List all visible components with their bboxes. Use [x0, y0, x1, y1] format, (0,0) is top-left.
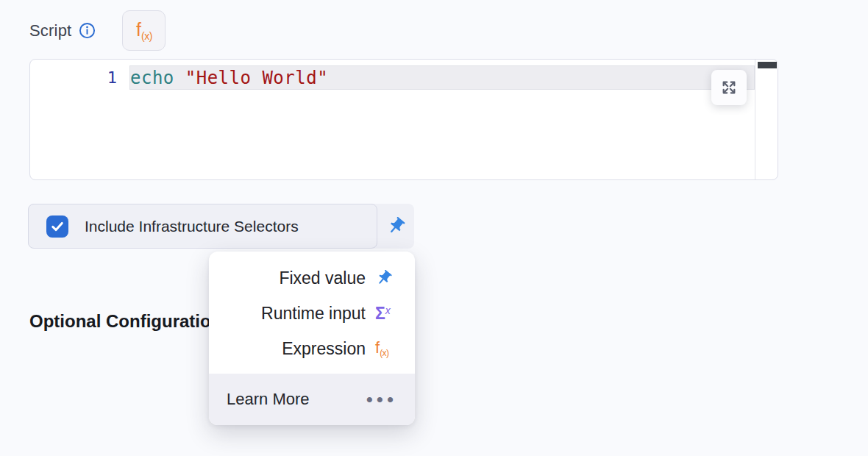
- editor-current-line[interactable]: echo "Hello World": [129, 65, 755, 90]
- expand-icon: [721, 79, 737, 96]
- include-selectors-row: Include Infrastructure Selectors: [28, 204, 414, 249]
- more-options-icon: •••: [366, 390, 397, 409]
- checkmark-icon: [50, 219, 65, 234]
- fx-icon: f(x): [375, 340, 389, 357]
- menu-item-fixed-value-label: Fixed value: [279, 268, 366, 288]
- info-icon[interactable]: [79, 22, 96, 39]
- fx-icon: f(x): [136, 21, 152, 41]
- script-header: Script f(x): [29, 10, 166, 51]
- type-selector-menu-items: Fixed value Runtime input Σx Expression …: [209, 252, 415, 374]
- menu-item-expression-label: Expression: [282, 339, 366, 359]
- include-selectors-checkbox[interactable]: [46, 215, 68, 238]
- pin-icon: [386, 216, 406, 236]
- learn-more-button[interactable]: Learn More •••: [209, 374, 415, 425]
- script-editor[interactable]: 1 echo "Hello World": [29, 59, 778, 180]
- editor-line-number: 1: [30, 65, 129, 90]
- editor-scrollbar-thumb[interactable]: [758, 62, 777, 68]
- menu-item-runtime-input[interactable]: Runtime input Σx: [209, 296, 415, 331]
- script-label: Script: [29, 21, 71, 40]
- pin-type-button[interactable]: [377, 204, 414, 249]
- code-command: echo: [130, 68, 185, 88]
- menu-item-fixed-value[interactable]: Fixed value: [209, 260, 415, 296]
- page-root: { "script_section": { "label": "Script",…: [0, 0, 868, 456]
- learn-more-label: Learn More: [227, 390, 310, 409]
- optional-config-heading: Optional Configuration: [29, 311, 221, 332]
- editor-scrollbar[interactable]: [755, 60, 778, 179]
- expression-toggle-button[interactable]: f(x): [122, 10, 166, 51]
- pin-icon: [375, 269, 393, 287]
- sigma-icon: Σx: [375, 305, 391, 322]
- include-selectors-checkbox-group[interactable]: Include Infrastructure Selectors: [28, 204, 377, 249]
- menu-item-expression[interactable]: Expression f(x): [209, 331, 415, 366]
- code-string: "Hello World": [185, 68, 328, 88]
- expand-editor-button[interactable]: [711, 70, 747, 105]
- type-selector-menu: Fixed value Runtime input Σx Expression …: [209, 252, 415, 425]
- include-selectors-label: Include Infrastructure Selectors: [85, 218, 299, 235]
- menu-item-runtime-input-label: Runtime input: [261, 304, 366, 324]
